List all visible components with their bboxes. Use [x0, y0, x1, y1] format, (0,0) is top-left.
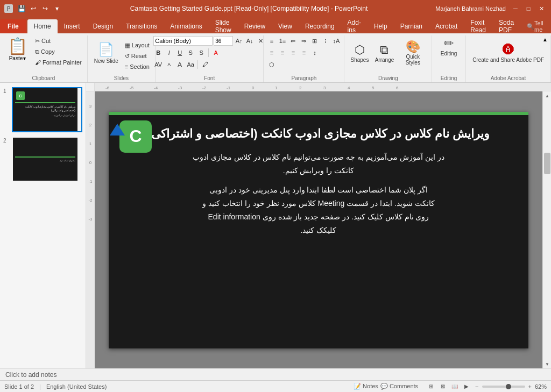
- tab-animations[interactable]: Animations: [164, 19, 208, 33]
- zoom-plus[interactable]: +: [528, 383, 532, 390]
- slideshow-button[interactable]: ▶: [461, 382, 472, 391]
- decrease-indent-button[interactable]: ⇐: [288, 36, 298, 46]
- font-size-small-button[interactable]: A: [164, 60, 174, 69]
- customize-button[interactable]: ▾: [52, 3, 62, 14]
- slide-panel: 1 ویرایش نام کلاس در کلاس مجازی ادوب کان…: [0, 83, 86, 368]
- tab-slideshow[interactable]: Slide Show: [209, 19, 238, 33]
- tab-view[interactable]: View: [272, 19, 299, 33]
- collapse-ribbon-button[interactable]: ▲: [539, 33, 551, 45]
- tab-review[interactable]: Review: [238, 19, 272, 33]
- paste-button[interactable]: 📋 Paste▾: [3, 35, 32, 69]
- char-spacing-button[interactable]: AV: [153, 60, 163, 69]
- justify-button[interactable]: ≡: [299, 48, 309, 58]
- tab-acrobat[interactable]: Acrobat: [429, 19, 464, 33]
- tab-foxitread[interactable]: Foxit Read: [464, 19, 492, 33]
- format-painter-button[interactable]: 🖌Format Painter: [33, 57, 84, 68]
- svg-text:-3: -3: [178, 85, 182, 90]
- underline-button[interactable]: U: [175, 48, 185, 58]
- layout-button[interactable]: ▦ Layout: [123, 40, 152, 51]
- columns-button[interactable]: ⫶: [321, 36, 330, 46]
- notes-tab[interactable]: 📝 Notes: [354, 383, 378, 390]
- italic-button[interactable]: I: [164, 48, 174, 58]
- scroll-thumb[interactable]: [544, 153, 550, 174]
- group-adobe-acrobat: 🅐 Create and Share Adobe PDF Adobe Acrob…: [466, 35, 551, 82]
- tab-parnian[interactable]: Parnian: [394, 19, 429, 33]
- increase-indent-button[interactable]: ⇒: [299, 36, 309, 46]
- smartart-button[interactable]: ⊞: [310, 36, 320, 46]
- svg-rect-14: [86, 91, 95, 368]
- slide-thumb-inner-1: ویرایش نام کلاس در کلاس مجازی ادوب کانکت…: [13, 88, 77, 131]
- status-left: Slide 1 of 2 | English (United States): [4, 383, 107, 390]
- slide-num-2: 2: [3, 138, 6, 144]
- create-share-pdf-button[interactable]: 🅐 Create and Share Adobe PDF: [469, 35, 547, 70]
- adobe-acrobat-label: Adobe Acrobat: [491, 74, 526, 82]
- highlight-button[interactable]: 🖍: [200, 60, 210, 69]
- scroll-up-button[interactable]: ▲: [543, 91, 551, 100]
- font-size-select[interactable]: [214, 36, 233, 46]
- svg-text:0: 0: [252, 85, 255, 90]
- normal-view-button[interactable]: ⊞: [426, 382, 436, 391]
- convert-smartart-button[interactable]: ⬡: [267, 60, 277, 69]
- align-right-button[interactable]: ≡: [288, 48, 298, 58]
- increase-font-button[interactable]: A↑: [234, 36, 244, 46]
- minimize-button[interactable]: ─: [510, 3, 521, 14]
- slide-title: ویرایش نام کلاس در کلاس مجازی ادوب کانکت…: [125, 126, 512, 142]
- undo-button[interactable]: ↩: [28, 3, 39, 14]
- slides-secondary: ▦ Layout ↺ Reset ≡ Section: [123, 40, 152, 72]
- tab-tell-me[interactable]: 🔍 Tell me: [520, 19, 550, 33]
- font-color-button[interactable]: A: [211, 48, 221, 58]
- tab-file[interactable]: File: [0, 19, 26, 33]
- slide-canvas[interactable]: C ویرایش نام کلاس در کلاس مجازی ادوب کان…: [109, 112, 528, 348]
- copy-button[interactable]: ⧉Copy: [33, 46, 84, 57]
- quick-styles-button[interactable]: 🎨 Quick Styles: [397, 35, 428, 70]
- change-case-button[interactable]: Aa: [186, 60, 195, 69]
- para-row1: ≡ 1≡ ⇐ ⇒ ⊞ ⫶ ↕A: [267, 35, 341, 46]
- bold-button[interactable]: B: [153, 48, 163, 58]
- slide-thumb-1[interactable]: ویرایش نام کلاس در کلاس مجازی ادوب کانکت…: [12, 87, 82, 132]
- bullets-button[interactable]: ≡: [267, 36, 277, 46]
- strikethrough-button[interactable]: S: [186, 48, 195, 58]
- notes-bar[interactable]: Click to add notes: [0, 368, 551, 380]
- section-button[interactable]: ≡ Section: [123, 61, 152, 72]
- scroll-down-button[interactable]: ▼: [543, 360, 551, 368]
- tab-help[interactable]: Help: [368, 19, 394, 33]
- shapes-button[interactable]: ⬡ Shapes: [348, 35, 371, 70]
- tab-recording[interactable]: Recording: [299, 19, 341, 33]
- text-direction-button[interactable]: ↕A: [331, 36, 341, 46]
- zoom-slider[interactable]: [482, 386, 525, 388]
- decrease-font-button[interactable]: A↓: [245, 36, 255, 46]
- tab-transitions[interactable]: Transitions: [119, 19, 164, 33]
- comments-tab[interactable]: 💬 Comments: [380, 383, 418, 390]
- arrange-button[interactable]: ⧉ Arrange: [372, 35, 396, 70]
- reset-button[interactable]: ↺ Reset: [123, 51, 152, 61]
- svg-text:0: 0: [89, 160, 92, 165]
- slide-body-line-2: کانکت را ویرایش کنیم.: [125, 164, 512, 177]
- tab-addins[interactable]: Add-ins: [341, 19, 368, 33]
- tab-home[interactable]: Home: [27, 19, 58, 33]
- line-spacing-button[interactable]: ↕: [310, 48, 320, 58]
- align-center-button[interactable]: ≡: [278, 48, 287, 58]
- zoom-minus[interactable]: −: [475, 383, 478, 390]
- font-size-big-button[interactable]: A: [175, 60, 185, 69]
- reading-view-button[interactable]: 📖: [449, 382, 460, 391]
- close-button[interactable]: ✕: [536, 3, 547, 14]
- slide-sorter-button[interactable]: ⊠: [437, 382, 448, 391]
- new-slide-button[interactable]: 📄 New Slide: [91, 35, 122, 70]
- shadow-button[interactable]: S: [196, 48, 206, 58]
- maximize-button[interactable]: □: [523, 3, 534, 14]
- tab-sodapdf[interactable]: Soda PDF: [492, 19, 520, 33]
- align-left-button[interactable]: ≡: [267, 48, 277, 58]
- powerpoint-icon: P: [4, 4, 13, 13]
- font-row2: B I U S S A: [153, 47, 221, 58]
- tab-insert[interactable]: Insert: [58, 19, 87, 33]
- language-info: English (United States): [46, 383, 107, 390]
- canvas-with-vruler: 3 2 1 0 -1 -2 -3 C ویرایش نام کلاس: [86, 91, 551, 368]
- tab-design[interactable]: Design: [87, 19, 119, 33]
- slide-thumb-2[interactable]: محتوای اسلاید دوم: [12, 137, 82, 182]
- numbering-button[interactable]: 1≡: [278, 36, 287, 46]
- drawing-label: Drawing: [378, 74, 398, 82]
- redo-button[interactable]: ↪: [40, 3, 51, 14]
- cut-button[interactable]: ✂Cut: [33, 35, 84, 46]
- save-button[interactable]: 💾: [16, 3, 27, 14]
- font-name-select[interactable]: [153, 36, 213, 46]
